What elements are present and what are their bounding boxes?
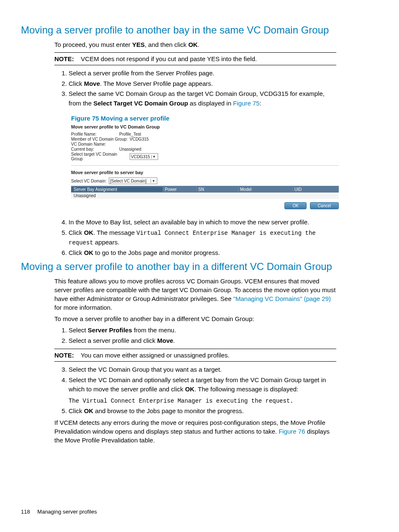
text: Click: [69, 229, 84, 236]
fig-value: Unassigned: [119, 147, 141, 152]
list-item: Select Server Profiles from the menu.: [69, 326, 336, 335]
paragraph: To move a server profile to another bay …: [54, 314, 336, 323]
text-bold: Server Profiles: [88, 326, 132, 334]
text: and browse to the Jobs page to monitor t…: [93, 407, 243, 414]
note-text: You can move either assigned or unassign…: [81, 352, 230, 359]
list-item: Select a server profile from the Server …: [69, 69, 336, 78]
vc-domain-select[interactable]: [Select VC Domain]▼: [109, 177, 157, 184]
text: appears.: [93, 239, 120, 246]
col-header: Model: [238, 187, 293, 192]
figure75: Move server profile to VC Domain Group P…: [71, 124, 343, 209]
fig-value: Profile_Test: [119, 132, 141, 136]
text-ok: OK: [188, 41, 198, 48]
managing-domains-link[interactable]: "Managing VC Domains" (page 29): [233, 295, 331, 302]
fig-label: VC Domain Name:: [71, 142, 119, 146]
text: for more information.: [54, 304, 112, 311]
fig-value: VCDG315: [130, 137, 149, 141]
intro-paragraph: To proceed, you must enter YES, and then…: [54, 40, 336, 49]
ordered-list-2b: Select the VC Domain Group that you want…: [54, 365, 336, 416]
list-item: Select the VC Domain Group that you want…: [69, 365, 336, 375]
col-header: Power: [163, 187, 197, 192]
text: , and then click: [145, 41, 188, 48]
text: To proceed, you must enter: [54, 41, 132, 48]
list-item: Select a server profile and click Move.: [69, 336, 336, 346]
list-item: In the Move to Bay list, select an avail…: [69, 218, 336, 227]
fig-label: Profile Name:: [71, 132, 119, 136]
text-yes: YES: [132, 41, 145, 48]
select-value: VCDG315: [131, 154, 150, 159]
ordered-list-1b: In the Move to Bay list, select an avail…: [54, 218, 336, 257]
paragraph: If VCEM detects any errors during the mo…: [54, 418, 336, 445]
figure75-caption: Figure 75 Moving a server profile: [71, 115, 336, 122]
text: . The message: [93, 229, 136, 236]
text: .: [173, 337, 175, 344]
text: .: [198, 41, 200, 48]
table-row: Unassigned: [71, 193, 339, 199]
ordered-list-1: Select a server profile from the Server …: [54, 69, 336, 108]
ok-button[interactable]: OK: [284, 202, 306, 209]
text: . The following message is displayed:: [194, 386, 298, 393]
col-header: SN: [197, 187, 238, 192]
text-bold: Move: [157, 337, 173, 344]
text: from the menu.: [132, 326, 176, 334]
figure-heading: Move server profile to VC Domain Group: [71, 124, 343, 129]
text: to go to the Jobs page and monitor progr…: [93, 249, 220, 256]
text: Click: [69, 407, 84, 414]
list-item: Click OK and browse to the Jobs page to …: [69, 406, 336, 416]
list-item: Click OK. The message Virtual Connect En…: [69, 228, 336, 247]
ordered-list-2: Select Server Profiles from the menu. Se…: [54, 326, 336, 345]
note-box: NOTE: VCEM does not respond if you cut a…: [54, 52, 336, 65]
fig-label: Member of VC Domain Group:: [71, 137, 130, 141]
text: . The Move Server Profile page appears.: [100, 80, 213, 87]
text: Click: [69, 80, 84, 87]
text: :: [260, 100, 261, 107]
fig-label: Current bay:: [71, 147, 119, 152]
col-header: UID: [293, 187, 339, 192]
section1-title: Moving a server profile to another bay i…: [21, 24, 336, 36]
text-bold: OK: [84, 229, 94, 236]
figure75-link[interactable]: Figure 75: [233, 100, 259, 107]
fig-label: Select target VC Domain Group: [71, 152, 130, 161]
text: as displayed in: [188, 100, 233, 107]
list-item: Click OK to go to the Jobs page and moni…: [69, 248, 336, 258]
paragraph: This feature allows you to move profiles…: [54, 277, 336, 312]
text: Click: [69, 249, 84, 256]
code-text: The Virtual Connect Enterprise Manager i…: [69, 397, 336, 406]
note-label: NOTE:: [54, 55, 74, 62]
fig-label: Select VC Domain:: [71, 179, 109, 183]
chevron-down-icon: ▼: [151, 155, 157, 159]
cancel-button[interactable]: Cancel: [310, 202, 339, 209]
text-bold: OK: [84, 407, 94, 414]
text-bold: Move: [84, 80, 100, 87]
text: Select: [69, 326, 88, 334]
list-item: Select the VC Domain and optionally sele…: [69, 375, 336, 406]
select-value: [Select VC Domain]: [110, 179, 146, 183]
note-box: NOTE: You can move either assigned or un…: [54, 349, 336, 362]
figure76-link[interactable]: Figure 76: [279, 428, 305, 435]
figure-heading: Move server profile to server bay: [71, 170, 343, 175]
note-text: VCEM does not respond if you cut and pas…: [81, 55, 257, 62]
text: Select a server profile and click: [69, 337, 157, 344]
text-bold: Select Target VC Domain Group: [93, 100, 188, 107]
table-header: Server Bay Assignment Power SN Model UID: [71, 186, 339, 193]
text-bold: OK: [185, 386, 194, 393]
divider: [71, 165, 339, 166]
target-group-select[interactable]: VCDG315▼: [130, 153, 158, 160]
section2-title: Moving a server profile to another bay i…: [21, 261, 336, 272]
col-header: Server Bay Assignment: [71, 187, 163, 192]
list-item: Select the same VC Domain Group as the t…: [69, 89, 336, 108]
text-bold: OK: [84, 249, 94, 256]
list-item: Click Move. The Move Server Profile page…: [69, 79, 336, 89]
note-label: NOTE:: [54, 352, 74, 359]
chevron-down-icon: ▼: [151, 179, 156, 183]
